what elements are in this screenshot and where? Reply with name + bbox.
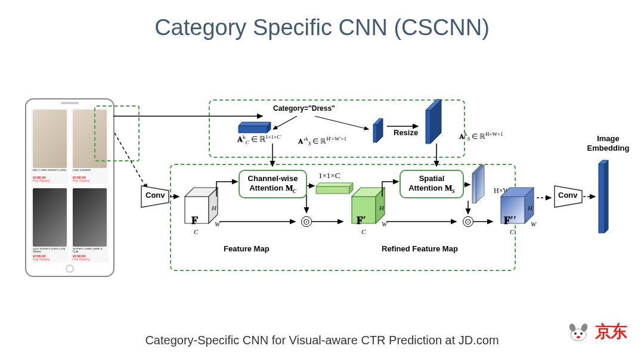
arrow-fpp-to-conv2 bbox=[537, 194, 555, 202]
arrow-image-to-category bbox=[113, 110, 268, 122]
product-image-icon bbox=[73, 188, 107, 247]
arrow-mult2-to-fpp bbox=[473, 217, 497, 226]
arrow-ac-to-channel bbox=[268, 144, 277, 170]
refined-map-label: Refined Feature Map bbox=[382, 244, 458, 253]
fp-h: H bbox=[379, 204, 384, 211]
jd-logo: 京东 bbox=[565, 320, 626, 343]
svg-marker-26 bbox=[426, 110, 431, 144]
jd-logo-text: 京东 bbox=[595, 320, 626, 343]
product-title: Daily Sundress bbox=[73, 169, 107, 175]
product-title: Women's Street Sweet & Cute bbox=[73, 248, 107, 254]
fpp-label: 𝐅′′ bbox=[504, 214, 516, 227]
product-card: Belt V Neck Women's Dress ¥138.00 Free S… bbox=[31, 108, 69, 184]
svg-point-48 bbox=[574, 332, 577, 335]
svg-marker-42 bbox=[599, 164, 605, 233]
arrow-mult1-to-fp bbox=[312, 217, 348, 226]
f-label: 𝐅 bbox=[191, 214, 198, 227]
arrow-image-to-conv bbox=[114, 133, 150, 192]
product-ship: Free Shipping bbox=[73, 179, 107, 182]
elementwise-multiply-1: ⊙ bbox=[301, 216, 312, 227]
fp-label: 𝐅′ bbox=[357, 214, 366, 227]
as-prime-label: 𝐀′kS ∈ ℝH′×W′×1 bbox=[298, 136, 346, 147]
channel-attention-box: Channel-wise Attention 𝐌C bbox=[239, 170, 307, 198]
embedding-label: Image Embedding bbox=[584, 134, 632, 152]
product-image-icon bbox=[33, 110, 67, 168]
spatial-attn-line1: Spatial bbox=[401, 174, 463, 183]
slide-caption: Category-Specific CNN for Visual-aware C… bbox=[0, 334, 644, 347]
conv2-label: Conv bbox=[558, 191, 578, 200]
svg-marker-44 bbox=[605, 160, 608, 233]
conv1-label: Conv bbox=[145, 191, 165, 200]
svg-line-1 bbox=[114, 133, 147, 189]
product-card: Women's Street Sweet & Cute ¥158.00 Free… bbox=[71, 186, 109, 263]
arrow-as-to-spatial bbox=[432, 144, 441, 170]
fpp-h: H bbox=[528, 204, 532, 211]
spatial-attention-box: Spatial Attention 𝐌S bbox=[400, 170, 464, 198]
fpp-c: C bbox=[510, 228, 514, 235]
image-embedding-vector bbox=[596, 158, 614, 238]
resize-label: Resize bbox=[394, 128, 418, 137]
joy-mascot-icon bbox=[565, 322, 592, 342]
arrow-bar-to-mult1 bbox=[302, 195, 311, 216]
fpp-w: W bbox=[531, 220, 536, 228]
feature-map-label: Feature Map bbox=[224, 244, 270, 253]
arrow-spatial-to-plane bbox=[464, 180, 473, 189]
elementwise-multiply-2: ⊙ bbox=[463, 216, 473, 227]
svg-marker-9 bbox=[239, 122, 271, 126]
architecture-diagram: Belt V Neck Women's Dress ¥138.00 Free S… bbox=[0, 98, 644, 301]
as-tensor bbox=[423, 98, 459, 148]
svg-marker-8 bbox=[239, 126, 267, 133]
dim-11c: 1×1×C bbox=[318, 171, 340, 180]
product-card: 2020 Women's Dress Long Sleeve ¥158.00 F… bbox=[31, 186, 69, 263]
svg-point-49 bbox=[580, 332, 583, 335]
arrow-channel-to-bar bbox=[307, 182, 318, 190]
product-title: 2020 Women's Dress Long Sleeve bbox=[33, 248, 67, 254]
product-ship: Free Shipping bbox=[73, 258, 107, 261]
channel-attn-sub: C bbox=[293, 188, 296, 194]
channel-attn-line2: Attention 𝐌 bbox=[249, 183, 293, 192]
arrow-category-to-tensors bbox=[273, 115, 374, 130]
channel-attn-line1: Channel-wise bbox=[240, 174, 306, 183]
f-c: C bbox=[194, 228, 198, 235]
product-ship: Free Shipping bbox=[33, 258, 67, 261]
product-image-icon bbox=[33, 188, 67, 247]
spatial-attn-sub: S bbox=[452, 188, 455, 194]
svg-point-50 bbox=[577, 336, 580, 338]
product-ship: Free Shipping bbox=[33, 179, 67, 182]
f-h: H bbox=[212, 204, 216, 211]
fp-c: C bbox=[361, 228, 366, 235]
arrow-plane-to-mult2 bbox=[464, 201, 472, 217]
phone-mockup: Belt V Neck Women's Dress ¥138.00 Free S… bbox=[25, 98, 114, 277]
category-label: Category="Dress" bbox=[273, 104, 335, 113]
as-label: 𝐀kS ∈ ℝH×W×1 bbox=[459, 131, 503, 142]
slide-title: Category Specific CNN (CSCNN) bbox=[0, 0, 644, 41]
product-title: Belt V Neck Women's Dress bbox=[33, 169, 67, 175]
svg-marker-12 bbox=[316, 186, 349, 194]
arrow-fp-to-mult2 bbox=[386, 217, 461, 226]
arrow-f-to-mult1 bbox=[219, 217, 300, 226]
spatial-attn-line2: Attention 𝐌 bbox=[408, 183, 452, 192]
